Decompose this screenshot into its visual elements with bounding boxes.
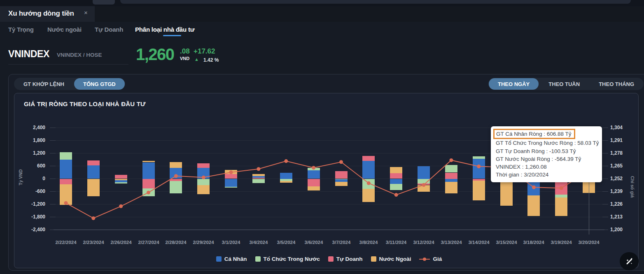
x-axis-label: 3/13/2024 [436,240,467,245]
right-axis-label: 1,252 [610,176,639,181]
tab-phan-loai-nha-dau-tu[interactable]: Phân loại nhà đầu tư [135,26,194,33]
symbol-exchange: VNINDEX / HOSE [57,52,102,58]
tooltip-line: GT Tự Doanh Ròng : -100.53 Tỷ [496,147,597,155]
legend-swatch [255,256,261,262]
x-axis-label: 3/5/2024 [271,240,301,245]
left-axis-label: 1,200 [16,150,45,156]
right-axis-label: 1,239 [610,188,639,194]
period-toggle-group: THEO NGÀY THEO TUẦN THEO THÁNG [488,78,644,90]
tong-gtgd-button[interactable]: TỔNG GTGD [74,78,125,90]
value-type-toggle-group: GT KHỚP LỆNH TỔNG GTGD [14,78,125,90]
tab-nuoc-ngoai[interactable]: Nước ngoài [47,26,82,33]
theo-ngay-button[interactable]: THEO NGÀY [489,78,539,90]
tooltip-highlight-box: GT Cá Nhân Ròng : 606.88 Tỷ [493,129,575,139]
price-line-dot[interactable] [91,216,95,220]
legend-item-ca_nhan[interactable]: Cá Nhân [216,256,247,262]
price-line-dot[interactable] [394,193,398,197]
right-axis-label: 1,200 [610,227,639,232]
legend-swatch [371,256,376,262]
price-line-dot[interactable] [449,158,453,162]
gt-khop-lenh-button[interactable]: GT KHỚP LỆNH [14,78,73,90]
legend-item-tu_doanh[interactable]: Tự Doanh [328,256,363,262]
left-axis-label: -1,200 [16,201,45,207]
x-axis-label: 2/27/2024 [133,240,164,245]
right-axis-label: 1,278 [610,150,639,156]
legend-item-gia[interactable]: Giá [419,256,442,262]
x-axis-label: 3/6/2024 [299,240,329,245]
legend-label: Cá Nhân [224,256,247,262]
x-axis-label: 2/23/2024 [78,240,109,245]
legend-item-to_chuc[interactable]: Tổ Chức Trong Nước [255,256,320,262]
price-line-dot[interactable] [284,159,288,163]
tab-ty-trong[interactable]: Tỷ Trọng [8,26,34,33]
legend-label: Giá [433,256,442,262]
price-line-dot[interactable] [367,181,371,185]
price-line-dot[interactable] [477,165,481,168]
right-axis-label: 1,304 [610,125,639,130]
tab-tu-doanh[interactable]: Tự Doanh [95,26,123,33]
theo-tuan-button[interactable]: THEO TUẦN [539,78,589,90]
symbol-name: VNINDEX [8,49,49,60]
right-axis-label: 1,213 [610,214,639,220]
x-axis-label: 3/19/2024 [546,240,576,245]
x-axis-label: 3/4/2024 [243,240,274,245]
currency-label: VND [180,56,189,61]
x-axis-label: 3/7/2024 [326,240,357,245]
tooltip-line: VNINDEX : 1,260.08 [496,163,597,171]
document-tab-title[interactable]: Xu hướng dòng tiền [8,9,74,18]
price-line-dot[interactable] [229,170,233,174]
price-line-dot[interactable] [339,160,343,164]
theo-thang-button[interactable]: THEO THÁNG [590,78,643,90]
x-axis-label: 3/15/2024 [491,240,522,245]
x-axis-label: 2/29/2024 [188,240,219,245]
left-axis-label: 600 [16,163,45,169]
x-axis-label: 2/28/2024 [161,240,191,245]
document-tab-row: Xu hướng dòng tiền × [0,6,644,22]
left-axis-label: 1,800 [16,137,45,143]
x-axis-label: 3/8/2024 [353,240,384,245]
chrome-address-bar-stub[interactable] [120,0,631,4]
price-line-dot[interactable] [202,176,205,179]
legend-swatch [216,256,222,262]
legend-line-swatch [419,259,430,260]
magic-wand-icon [625,257,634,266]
tooltip-line: GT Tổ Chức Trong Nước Ròng : 58.03 Tỷ [496,139,597,147]
price-line-dot[interactable] [119,204,123,208]
legend-item-nuoc_ngoai[interactable]: Nước Ngoài [371,256,411,262]
x-axis-label: 3/11/2024 [381,240,411,245]
right-axis-label: 1,226 [610,201,639,207]
left-axis-label: 0 [16,176,45,181]
chart-tooltip: GT Cá Nhân Ròng : 606.88 TỷGT Tổ Chức Tr… [491,126,602,182]
legend-label: Tự Doanh [336,256,363,262]
right-axis-label: 1,291 [610,137,639,143]
price-line-dot[interactable] [174,174,178,178]
x-axis-label: 2/22/2024 [51,240,81,245]
index-price: 1,260 [136,45,174,64]
index-price-decimal: .08 [180,47,190,56]
price-line-dot[interactable] [257,167,260,171]
price-line-dot[interactable] [312,166,315,170]
price-line-dot[interactable] [422,183,426,187]
price-line-dot[interactable] [560,186,563,190]
tooltip-line: GT Nước Ngoài Ròng : -564.39 Tỷ [496,155,597,163]
chrome-tab-stub[interactable] [93,0,115,5]
x-axis-label: 2/26/2024 [106,240,136,245]
chart-legend: Cá NhânTổ Chức Trong NướcTự DoanhNước Ng… [54,256,604,262]
x-axis-label: 3/12/2024 [408,240,439,245]
price-line-dot[interactable] [147,190,150,194]
left-axis-label: -1,800 [16,214,45,220]
up-arrow-icon: ▲ [194,57,199,62]
subtab-bar: Tỷ Trọng Nước ngoài Tự Doanh Phân loại n… [0,22,644,37]
legend-label: Nước Ngoài [379,256,411,262]
legend-label: Tổ Chức Trong Nước [264,256,320,262]
x-axis-label: 3/20/2024 [574,240,604,245]
x-axis-label: 3/14/2024 [464,240,494,245]
chart-title: GIÁ TRỊ RÒNG THEO LOẠI NHÀ ĐẦU TƯ [24,100,146,107]
price-line-dot[interactable] [64,201,68,205]
magic-wand-button[interactable] [620,252,639,270]
price-line-dot[interactable] [532,186,536,189]
left-axis-label: -2,400 [16,227,45,232]
close-icon[interactable]: × [84,9,88,16]
tooltip-line: GT Cá Nhân Ròng : 606.88 Tỷ [496,130,597,139]
right-axis-label: 1,265 [610,163,639,169]
